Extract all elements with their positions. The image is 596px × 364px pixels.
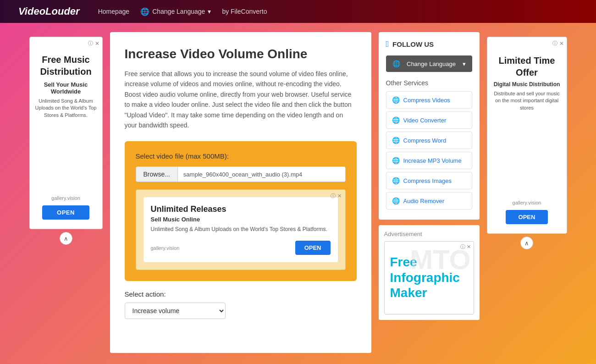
right-ad-title: Limited Time Offer bbox=[494, 55, 560, 78]
left-ad-info-icon[interactable]: ⓘ bbox=[88, 40, 93, 47]
right-ad-domain: gallery.vision bbox=[513, 196, 541, 205]
inner-ad-close-bar: ⓘ ✕ bbox=[331, 193, 342, 199]
service-globe-icon-4: 🌐 bbox=[392, 157, 400, 164]
header: VideoLouder Homepage 🌐 Change Language ▾… bbox=[0, 0, 596, 23]
inner-ad-content: Unlimited Releases Sell Music Online Unl… bbox=[143, 197, 338, 262]
service-globe-icon-6: 🌐 bbox=[392, 197, 400, 204]
action-select[interactable]: Increase volume Decrease volume Normaliz… bbox=[125, 303, 226, 319]
file-name-display: sample_960x400_ocean_with_audio (3).mp4 bbox=[178, 167, 345, 182]
follow-section:  FOLLOW US 🌐 Change Language ▾ Other Se… bbox=[379, 32, 480, 220]
left-ad-subtitle: Sell Your Music Worldwide bbox=[35, 81, 97, 95]
service-globe-icon-3: 🌐 bbox=[392, 137, 400, 144]
sidebar-ad-section: Advertisement ⓘ ✕ MTO Free Infographic M… bbox=[379, 225, 480, 320]
action-section: Select action: Increase volume Decrease … bbox=[125, 290, 357, 319]
service-compress-videos[interactable]: 🌐 Compress Videos bbox=[386, 91, 472, 109]
by-fileconverto: by FileConverto bbox=[222, 8, 267, 15]
inner-ad-info-icon[interactable]: ⓘ bbox=[331, 193, 336, 199]
right-ad-text: Distribute and sell your music on the mo… bbox=[494, 90, 560, 111]
service-increase-mp3[interactable]: 🌐 Increase MP3 Volume bbox=[386, 152, 472, 169]
left-ad-scroll-button[interactable]: ∧ bbox=[60, 232, 72, 245]
change-language-label: Change Language bbox=[152, 8, 205, 15]
inner-ad-text: Unlimited Song & Album Uploads on the Wo… bbox=[151, 226, 331, 233]
main-content: Increase Video Volume Online Free servic… bbox=[110, 32, 371, 353]
header-nav: Homepage 🌐 Change Language ▾ by FileConv… bbox=[98, 7, 267, 16]
left-ad-box: ⓘ ✕ Free Music Distribution Sell Your Mu… bbox=[29, 37, 103, 229]
follow-us-label: FOLLOW US bbox=[392, 40, 434, 48]
service-label-1: Compress Videos bbox=[403, 97, 450, 104]
sidebar-globe-icon: 🌐 bbox=[392, 60, 400, 67]
infographic-bg-text: MTO bbox=[410, 246, 470, 274]
nav-change-language[interactable]: 🌐 Change Language ▾ bbox=[140, 7, 211, 16]
service-audio-remover[interactable]: 🌐 Audio Remover bbox=[386, 192, 472, 210]
right-ad-info-icon[interactable]: ⓘ bbox=[552, 40, 557, 47]
right-advertisement: ⓘ ✕ Limited Time Offer Digital Music Dis… bbox=[487, 37, 567, 353]
right-ad-close-bar: ⓘ ✕ bbox=[552, 40, 564, 47]
sidebar-change-language-button[interactable]: 🌐 Change Language ▾ bbox=[386, 55, 472, 72]
service-compress-images[interactable]: 🌐 Compress Images bbox=[386, 172, 472, 189]
right-ad-scroll-button[interactable]: ∧ bbox=[520, 237, 533, 249]
follow-title:  FOLLOW US bbox=[386, 39, 472, 49]
inner-advertisement: ⓘ ✕ Unlimited Releases Sell Music Online… bbox=[136, 189, 346, 270]
browse-button[interactable]: Browse... bbox=[136, 167, 178, 182]
left-ad-text: Unlimited Song & Album Uploads on the Wo… bbox=[35, 98, 97, 119]
sidebar-ad-banner: ⓘ ✕ MTO Free Infographic Maker bbox=[384, 241, 474, 314]
service-label-3: Compress Word bbox=[403, 137, 447, 144]
file-label: Select video file (max 500MB): bbox=[136, 152, 346, 160]
chevron-down-icon: ▾ bbox=[208, 8, 211, 15]
service-video-converter[interactable]: 🌐 Video Converter bbox=[386, 111, 472, 129]
right-ad-subtitle: Digital Music Distribution bbox=[494, 81, 560, 88]
service-globe-icon-2: 🌐 bbox=[392, 116, 400, 124]
service-compress-word[interactable]: 🌐 Compress Word bbox=[386, 132, 472, 149]
sidebar-chevron-icon: ▾ bbox=[463, 61, 466, 67]
right-ad-close-icon[interactable]: ✕ bbox=[559, 40, 564, 47]
facebook-icon:  bbox=[386, 39, 389, 49]
page-description: Free service that allows you to increase… bbox=[125, 69, 357, 130]
service-label-2: Video Converter bbox=[403, 117, 447, 124]
right-ad-open-button[interactable]: OPEN bbox=[506, 210, 548, 224]
service-globe-icon-5: 🌐 bbox=[392, 177, 400, 184]
inner-ad-open-button[interactable]: OPEN bbox=[295, 241, 331, 255]
file-input-row: Browse... sample_960x400_ocean_with_audi… bbox=[136, 166, 346, 182]
action-label: Select action: bbox=[125, 290, 357, 298]
service-label-5: Compress Images bbox=[403, 177, 452, 184]
other-services-title: Other Services bbox=[386, 79, 472, 87]
nav-homepage[interactable]: Homepage bbox=[98, 8, 130, 15]
left-ad-domain: gallery.vision bbox=[51, 191, 80, 201]
inner-ad-subtitle: Sell Music Online bbox=[151, 216, 331, 223]
page-layout: ⓘ ✕ Free Music Distribution Sell Your Mu… bbox=[0, 23, 596, 362]
file-section: Select video file (max 500MB): Browse...… bbox=[125, 141, 357, 281]
left-ad-close-bar: ⓘ ✕ bbox=[88, 40, 99, 47]
left-advertisement: ⓘ ✕ Free Music Distribution Sell Your Mu… bbox=[29, 37, 103, 353]
left-ad-open-button[interactable]: OPEN bbox=[42, 205, 89, 220]
service-globe-icon-1: 🌐 bbox=[392, 96, 400, 104]
advertisement-label: Advertisement bbox=[384, 231, 474, 237]
sidebar-change-language-label: Change Language bbox=[407, 61, 456, 67]
left-ad-title: Free Music Distribution bbox=[35, 54, 97, 77]
globe-icon: 🌐 bbox=[140, 7, 149, 16]
service-label-4: Increase MP3 Volume bbox=[403, 157, 462, 164]
inner-ad-title: Unlimited Releases bbox=[151, 204, 331, 214]
service-label-6: Audio Remover bbox=[403, 198, 445, 204]
inner-ad-domain: gallery.vision bbox=[151, 245, 180, 251]
page-title: Increase Video Volume Online bbox=[125, 47, 357, 61]
right-sidebar:  FOLLOW US 🌐 Change Language ▾ Other Se… bbox=[379, 32, 480, 353]
inner-ad-footer: gallery.vision OPEN bbox=[151, 241, 331, 255]
left-ad-close-icon[interactable]: ✕ bbox=[95, 40, 99, 47]
right-ad-inner-box: ⓘ ✕ Limited Time Offer Digital Music Dis… bbox=[487, 37, 567, 234]
site-logo: VideoLouder bbox=[18, 6, 80, 17]
inner-ad-close-icon[interactable]: ✕ bbox=[337, 193, 342, 199]
